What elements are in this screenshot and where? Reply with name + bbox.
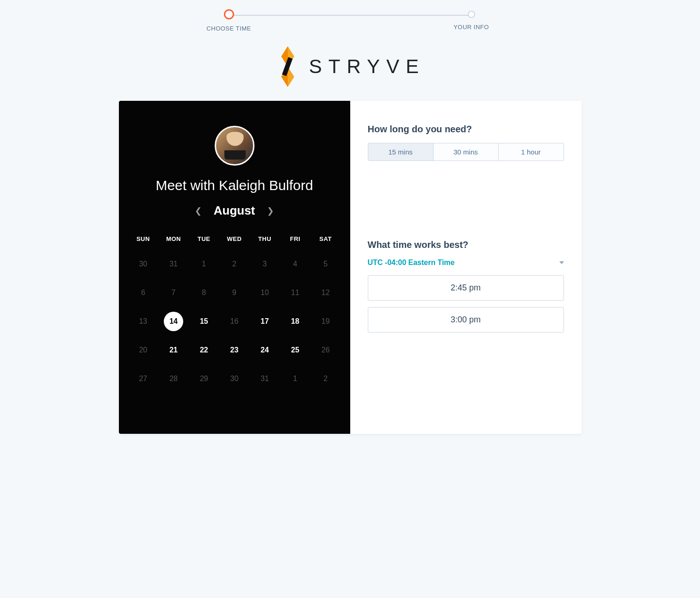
calendar-day: 27 (128, 364, 159, 393)
weekday-label: WED (219, 232, 250, 250)
weekday-label: FRI (280, 232, 310, 250)
weekday-label: TUE (189, 232, 219, 250)
next-month-button[interactable]: ❯ (264, 204, 277, 218)
prev-month-button[interactable]: ❮ (192, 204, 204, 218)
meeting-title: Meet with Kaleigh Bulford (128, 178, 341, 193)
calendar-day[interactable]: 15 (189, 307, 219, 336)
calendar-day: 5 (310, 250, 341, 278)
calendar-day[interactable]: 17 (249, 307, 280, 336)
calendar-day: 10 (249, 278, 280, 307)
timezone-label: UTC -04:00 Eastern Time (368, 259, 455, 267)
calendar-day: 8 (189, 278, 219, 307)
calendar-day: 2 (310, 364, 341, 393)
calendar-body: 3031123456789101112131415161718192021222… (128, 250, 341, 393)
brand-logo: STRYVE (0, 46, 700, 87)
progress-stepper: CHOOSE TIME YOUR INFO (202, 9, 498, 42)
time-option[interactable]: 2:45 pm (368, 275, 564, 301)
duration-option[interactable]: 15 mins (368, 143, 433, 160)
stepper-circle-active (224, 9, 234, 19)
calendar-day: 7 (158, 278, 189, 307)
calendar-row: 303112345 (128, 250, 341, 278)
calendar-day: 1 (189, 250, 219, 278)
time-options-list: 2:45 pm3:00 pm (368, 275, 564, 333)
brand-wordmark: STRYVE (309, 55, 425, 78)
calendar-day: 19 (310, 307, 341, 336)
calendar-row: 6789101112 (128, 278, 341, 307)
duration-question: How long do you need? (368, 124, 564, 135)
calendar-day: 3 (249, 250, 280, 278)
calendar-weekday-header: SUNMONTUEWEDTHUFRISAT (128, 232, 341, 250)
calendar-day: 30 (128, 250, 159, 278)
calendar-day: 2 (219, 250, 250, 278)
calendar-day: 26 (310, 336, 341, 364)
weekday-label: SUN (128, 232, 159, 250)
calendar-day: 11 (280, 278, 310, 307)
calendar-day: 6 (128, 278, 159, 307)
calendar-day[interactable]: 23 (219, 336, 250, 364)
duration-option[interactable]: 30 mins (433, 143, 498, 160)
time-option[interactable]: 3:00 pm (368, 307, 564, 333)
timezone-selector[interactable]: UTC -04:00 Eastern Time (368, 259, 564, 267)
weekday-label: MON (158, 232, 189, 250)
duration-options: 15 mins30 mins1 hour (368, 143, 564, 161)
calendar-day[interactable]: 25 (280, 336, 310, 364)
calendar-day[interactable]: 18 (280, 307, 310, 336)
host-avatar (215, 126, 254, 166)
stepper-step-your-info: YOUR INFO (445, 9, 498, 31)
stepper-line (229, 15, 471, 16)
calendar-day-selected[interactable]: 14 (164, 312, 183, 331)
calendar-row: 20212223242526 (128, 336, 341, 364)
calendar-day[interactable]: 21 (158, 336, 189, 364)
calendar-day: 13 (128, 307, 159, 336)
calendar-day: 12 (310, 278, 341, 307)
calendar-day: 31 (158, 250, 189, 278)
calendar-day: 28 (158, 364, 189, 393)
stryve-mark-icon (275, 46, 301, 87)
calendar-row: 13141516171819 (128, 307, 341, 336)
calendar-day: 9 (219, 278, 250, 307)
calendar-day: 4 (280, 250, 310, 278)
caret-down-icon (559, 261, 564, 264)
calendar-day[interactable]: 14 (158, 307, 189, 336)
calendar-day[interactable]: 22 (189, 336, 219, 364)
calendar-day: 16 (219, 307, 250, 336)
calendar-day: 1 (280, 364, 310, 393)
calendar-day[interactable]: 24 (249, 336, 280, 364)
weekday-label: THU (249, 232, 280, 250)
calendar-day: 29 (189, 364, 219, 393)
time-question: What time works best? (368, 240, 564, 250)
scheduler-card: Meet with Kaleigh Bulford ❮ August ❯ SUN… (119, 101, 582, 434)
calendar-day: 31 (249, 364, 280, 393)
stepper-label: YOUR INFO (445, 24, 498, 31)
calendar-day: 20 (128, 336, 159, 364)
stepper-step-choose-time: CHOOSE TIME (202, 9, 256, 32)
weekday-label: SAT (310, 232, 341, 250)
time-selection-panel: How long do you need? 15 mins30 mins1 ho… (350, 101, 582, 434)
stepper-label: CHOOSE TIME (202, 25, 256, 32)
calendar-grid: SUNMONTUEWEDTHUFRISAT 303112345678910111… (128, 232, 341, 393)
duration-option[interactable]: 1 hour (498, 143, 564, 160)
current-month: August (214, 203, 255, 218)
calendar-panel: Meet with Kaleigh Bulford ❮ August ❯ SUN… (119, 101, 350, 434)
month-navigation: ❮ August ❯ (128, 203, 341, 218)
calendar-day: 30 (219, 364, 250, 393)
calendar-row: 272829303112 (128, 364, 341, 393)
stepper-circle-inactive (468, 11, 475, 18)
